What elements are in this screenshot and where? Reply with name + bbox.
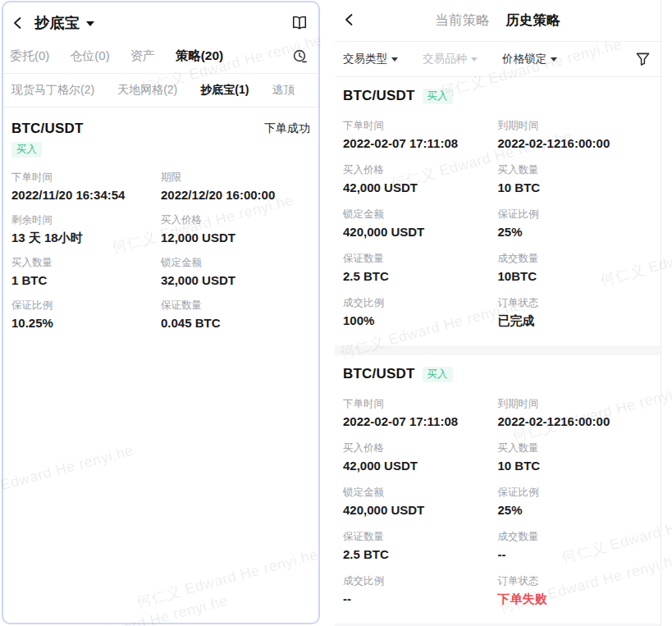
pair-title: BTC/USDT <box>343 366 415 382</box>
field-buy-amount: 买入数量 10 BTC <box>498 441 653 475</box>
field-expire-time: 到期时间 2022-02-1216:00:00 <box>498 397 653 431</box>
field-locked-amount: 锁定金额 420,000 USDT <box>343 486 498 519</box>
history-clock-icon[interactable] <box>292 48 309 65</box>
card-separator <box>335 345 661 355</box>
field-buy-price: 买入价格 12,000 USDT <box>161 213 310 247</box>
buy-side-badge: 买入 <box>423 367 453 382</box>
chevron-down-icon <box>471 57 478 62</box>
subtab-escape-top[interactable]: 逃顶 <box>272 83 295 98</box>
chevron-down-icon <box>551 57 557 62</box>
left-panel: 抄底宝 委托(0) 仓位(0) 资产 策略(20) 现货马丁格尔(2) 天地网格… <box>2 1 320 624</box>
detail-grid: 下单时间 2022-02-07 17:11:08 到期时间 2022-02-12… <box>343 397 652 619</box>
book-icon[interactable] <box>290 15 309 31</box>
field-margin-quantity: 保证数量 0.045 BTC <box>161 299 310 332</box>
buy-side-badge: 买入 <box>423 89 453 104</box>
screenshot-stage: 抄底宝 委托(0) 仓位(0) 资产 策略(20) 现货马丁格尔(2) 天地网格… <box>0 0 672 626</box>
funnel-filter-icon[interactable] <box>635 52 651 66</box>
field-margin-quantity: 保证数量 2.5 BTC <box>343 530 498 564</box>
right-header: 当前策略 历史策略 <box>335 0 661 41</box>
subtab-spot-martingale[interactable]: 现货马丁格尔(2) <box>11 83 94 98</box>
left-tab-bar: 委托(0) 仓位(0) 资产 策略(20) <box>3 41 318 73</box>
field-expire-time: 到期时间 2022-02-1216:00:00 <box>498 119 653 153</box>
field-order-time: 下单时间 2022-02-07 17:11:08 <box>343 397 498 431</box>
pair-title: BTC/USDT <box>343 88 415 104</box>
history-card[interactable]: BTC/USDT 买入 下单时间 2022-02-07 17:11:08 到期时… <box>335 77 661 345</box>
field-filled-quantity: 成交数量 10BTC <box>498 252 653 286</box>
tab-current-strategy[interactable]: 当前策略 <box>436 11 490 30</box>
tab-history-strategy[interactable]: 历史策略 <box>506 11 560 30</box>
field-order-state: 订单状态 已完成 <box>498 296 653 330</box>
strategy-subtab-bar: 现货马丁格尔(2) 天地网格(2) 抄底宝(1) 逃顶 <box>3 74 318 107</box>
field-locked-amount: 锁定金额 420,000 USDT <box>343 208 498 241</box>
detail-grid: 下单时间 2022/11/20 16:34:54 期限 2022/12/20 1… <box>11 171 310 341</box>
page-title: 抄底宝 <box>34 13 80 33</box>
tab-assets[interactable]: 资产 <box>130 48 155 64</box>
chevron-down-icon <box>391 57 398 62</box>
filter-bar: 交易类型 交易品种 价格锁定 <box>335 42 661 76</box>
field-buy-price: 买入价格 42,000 USDT <box>343 441 498 475</box>
filter-trade-pair[interactable]: 交易品种 <box>423 52 478 66</box>
field-margin-quantity: 保证数量 2.5 BTC <box>343 252 498 286</box>
field-filled-ratio: 成交比例 -- <box>343 574 498 608</box>
pair-title: BTC/USDT <box>11 121 84 137</box>
filter-price-lock[interactable]: 价格锁定 <box>502 52 557 66</box>
field-locked-amount: 锁定金额 32,000 USDT <box>161 256 310 290</box>
field-buy-amount: 买入数量 1 BTC <box>11 256 161 290</box>
field-buy-amount: 买入数量 10 BTC <box>498 163 653 197</box>
title-dropdown-caret-icon[interactable] <box>86 21 94 26</box>
back-icon[interactable] <box>11 16 26 30</box>
field-margin-ratio: 保证比例 25% <box>498 486 653 519</box>
subtab-grid[interactable]: 天地网格(2) <box>117 83 177 98</box>
subtab-dip-buy[interactable]: 抄底宝(1) <box>200 83 249 98</box>
tab-position[interactable]: 仓位(0) <box>70 48 109 64</box>
field-order-state: 订单状态 下单失败 <box>498 574 653 608</box>
field-buy-price: 买入价格 42,000 USDT <box>343 163 498 197</box>
field-filled-ratio: 成交比例 100% <box>343 296 498 330</box>
field-filled-quantity: 成交数量 -- <box>498 530 653 564</box>
field-margin-ratio: 保证比例 10.25% <box>11 299 161 332</box>
field-remaining-time: 剩余时间 13 天 18小时 <box>11 213 161 247</box>
field-term: 期限 2022/12/20 16:00:00 <box>161 171 310 204</box>
strategy-detail-card: BTC/USDT 下单成功 买入 下单时间 2022/11/20 16:34:5… <box>3 107 318 341</box>
left-header: 抄底宝 <box>3 2 318 41</box>
tab-entrust[interactable]: 委托(0) <box>10 48 49 64</box>
history-card[interactable]: BTC/USDT 买入 下单时间 2022-02-07 17:11:08 到期时… <box>335 355 661 624</box>
filter-trade-type[interactable]: 交易类型 <box>343 52 398 66</box>
field-order-time: 下单时间 2022-02-07 17:11:08 <box>343 119 498 153</box>
buy-side-badge: 买入 <box>11 142 42 158</box>
detail-grid: 下单时间 2022-02-07 17:11:08 到期时间 2022-02-12… <box>343 119 652 340</box>
tab-strategy[interactable]: 策略(20) <box>176 48 224 65</box>
field-order-time: 下单时间 2022/11/20 16:34:54 <box>11 171 161 204</box>
right-panel: 当前策略 历史策略 交易类型 交易品种 价格锁定 <box>335 0 661 626</box>
order-status-text: 下单成功 <box>264 121 310 136</box>
field-margin-ratio: 保证比例 25% <box>498 208 653 241</box>
back-icon[interactable] <box>343 13 358 28</box>
